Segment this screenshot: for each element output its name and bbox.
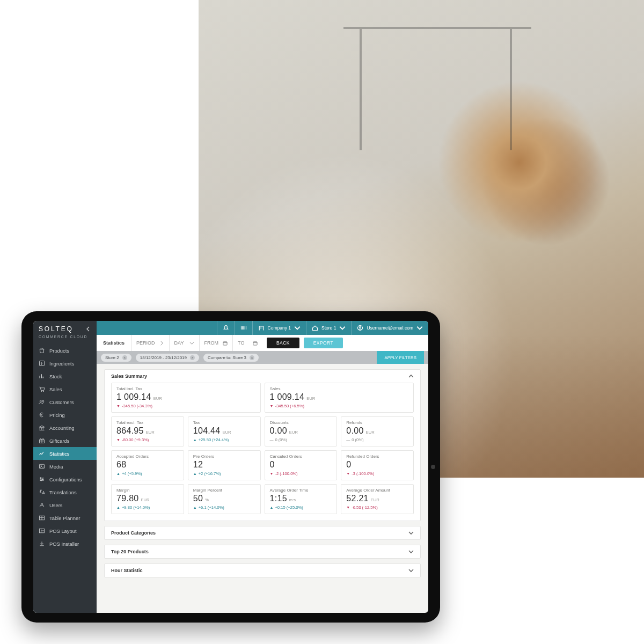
metric-card: Accepted Orders68▲+4 (+5.9%)	[111, 450, 184, 480]
sidebar-item-ingredients[interactable]: Ingredients	[33, 357, 97, 370]
trend-up-icon: ▲	[193, 506, 197, 509]
period-selector[interactable]: PERIOD	[131, 335, 169, 351]
trend-down-icon: ▼	[270, 404, 274, 408]
sidebar-item-label: Products	[49, 348, 69, 354]
export-button[interactable]: EXPORT	[304, 338, 343, 348]
sidebar-item-label: Media	[49, 464, 63, 470]
bag-icon	[39, 347, 45, 354]
svg-point-3	[40, 400, 41, 402]
chevron-down-icon	[416, 325, 423, 331]
trend-up-icon: ▲	[116, 472, 120, 475]
sidebar-item-configurations[interactable]: Configurations	[33, 473, 97, 486]
sidebar-item-stock[interactable]: Stock	[33, 370, 97, 383]
sidebar-item-sales[interactable]: Sales	[33, 383, 97, 396]
sidebar-item-customers[interactable]: Customers	[33, 396, 97, 408]
metric-delta: ▲+9.80 (+14.0%)	[116, 505, 179, 510]
sidebar-item-products[interactable]: Products	[33, 344, 97, 357]
sidebar-item-label: Stock	[49, 374, 62, 379]
store-selector[interactable]: Store 1	[306, 321, 351, 335]
sidebar-item-label: Giftcards	[49, 438, 70, 444]
metric-label: Discounts	[270, 420, 332, 425]
metric-card: Margin79.80EUR▲+9.80 (+14.0%)	[111, 484, 184, 514]
back-button[interactable]: BACK	[267, 338, 299, 348]
barcode-icon	[240, 325, 247, 331]
bars-icon	[39, 373, 45, 379]
metric-card: Sales1 009.14EUR▼-345.50 (+6.5%)	[265, 383, 414, 413]
metrics-row-4: Margin79.80EUR▲+9.80 (+14.0%)Margin Perc…	[111, 484, 414, 514]
metric-label: Margin Percent	[193, 488, 255, 493]
metric-delta: —0 (0%)	[270, 437, 332, 442]
user-menu[interactable]: Username@email.com	[351, 321, 428, 335]
svg-point-9	[42, 479, 43, 480]
sidebar-item-label: Accounting	[49, 425, 74, 431]
metric-delta: ▼-345.50 (+6.5%)	[270, 404, 409, 408]
metric-label: Average Order Time	[270, 488, 332, 493]
svg-point-10	[41, 480, 42, 481]
from-date[interactable]: FROM	[199, 335, 233, 351]
store-label: Store 1	[321, 325, 336, 331]
download-icon	[39, 540, 45, 547]
metric-card: Refunded Orders0▼-3 (-100.0%)	[341, 450, 414, 480]
panel-hour-header[interactable]: Hour Statistic	[105, 564, 420, 577]
apply-filters-button[interactable]: APPLY FILTERS	[377, 351, 424, 364]
chip-remove-icon[interactable]: ×	[190, 355, 195, 360]
metric-delta: ▲+4 (+5.9%)	[116, 471, 179, 476]
gift-icon	[39, 437, 45, 444]
content: Sales Summary Total incl. Tax1 009.14EUR…	[97, 364, 428, 613]
sidebar-item-media[interactable]: Media	[33, 460, 97, 473]
user-icon	[39, 502, 45, 508]
trend-down-icon: ▼	[116, 438, 120, 442]
panel-product-categories-header[interactable]: Product Categories	[105, 526, 420, 539]
svg-rect-17	[253, 341, 257, 345]
metric-card: Total excl. Tax864.95EUR▼-80.00 (+9.3%)	[111, 416, 184, 447]
company-selector[interactable]: Company 1	[252, 321, 306, 335]
sidebar-item-pos-layout[interactable]: POS Layout	[33, 524, 97, 537]
svg-rect-0	[40, 361, 45, 366]
filter-chip[interactable]: 18/12/2019 - 23/12/2019×	[136, 354, 199, 362]
sidebar-item-pricing[interactable]: Pricing	[33, 408, 97, 421]
sidebar-item-statistics[interactable]: Statistics	[33, 447, 97, 460]
metric-card: Canceled Orders0▼-2 (-100.0%)	[265, 450, 338, 480]
sidebar-item-table-planner[interactable]: Table Planner	[33, 511, 97, 524]
image-icon	[39, 463, 45, 470]
chevron-down-icon	[189, 341, 194, 346]
metric-label: Total excl. Tax	[116, 420, 179, 425]
chip-remove-icon[interactable]: ×	[250, 355, 254, 360]
filter-chips: Store 2×18/12/2019 - 23/12/2019×Compare …	[101, 354, 259, 362]
panel-sales-summary-header[interactable]: Sales Summary	[105, 370, 420, 383]
metric-label: Margin	[116, 488, 179, 493]
sidebar-item-label: Ingredients	[49, 361, 74, 367]
company-label: Company 1	[268, 325, 291, 331]
day-selector[interactable]: DAY	[169, 335, 199, 351]
chevron-down-icon	[339, 325, 346, 331]
chip-label: Store 2	[105, 355, 119, 360]
metrics-row-1: Total incl. Tax1 009.14EUR▼-345.50 (-34.…	[111, 383, 414, 413]
metric-value: 52.21	[346, 494, 369, 503]
panel-top20-header[interactable]: Top 20 Products	[105, 545, 420, 558]
euro-icon	[39, 412, 45, 418]
metric-unit: EUR	[289, 430, 298, 435]
scan-button[interactable]	[235, 321, 252, 335]
sidebar-item-pos-installer[interactable]: POS Installer	[33, 537, 97, 550]
sidebar-item-accounting[interactable]: Accounting	[33, 421, 97, 434]
to-date[interactable]: TO	[232, 335, 262, 351]
calendar-icon	[223, 341, 228, 346]
metric-label: Refunds	[346, 420, 408, 425]
metric-value: 0.00	[346, 426, 363, 436]
filter-chip[interactable]: Compare to: Store 3×	[203, 354, 259, 362]
sidebar-item-label: Pricing	[49, 412, 65, 418]
metrics-row-2: Total excl. Tax864.95EUR▼-80.00 (+9.3%)T…	[111, 416, 414, 447]
sidebar-item-translations[interactable]: Translations	[33, 486, 97, 499]
chip-remove-icon[interactable]: ×	[122, 355, 127, 360]
sidebar-item-users[interactable]: Users	[33, 499, 97, 511]
filter-chip[interactable]: Store 2×	[101, 354, 131, 362]
metric-unit: EUR	[141, 497, 150, 502]
user-label: Username@email.com	[367, 325, 413, 331]
brand-title: SOLTEQ	[39, 325, 74, 333]
sliders-icon	[39, 476, 45, 482]
metric-delta: ▼-3 (-100.0%)	[346, 471, 408, 476]
metric-value: 864.95	[116, 426, 144, 436]
sidebar-item-giftcards[interactable]: Giftcards	[33, 434, 97, 447]
notifications-button[interactable]	[217, 321, 235, 335]
collapse-sidebar-icon[interactable]	[86, 326, 91, 332]
